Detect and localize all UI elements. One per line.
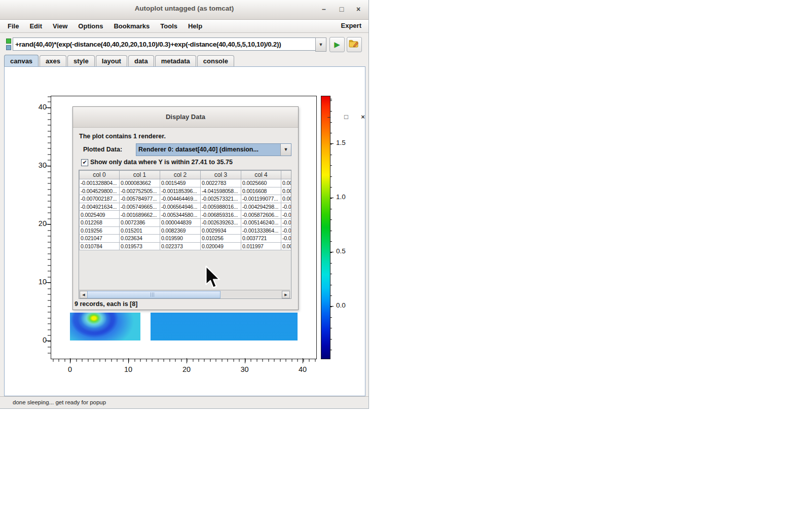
table-column-header[interactable]: col 2 [160,171,201,179]
table-cell[interactable]: -0.001328804... [80,179,120,187]
table-cell[interactable]: 0.0022783 [201,179,241,187]
table-cell[interactable]: 0.023634 [120,235,160,243]
dialog-maximize-icon[interactable]: □ [341,112,351,122]
table-cell[interactable]: 0.00 [281,242,292,250]
tab-layout[interactable]: layout [96,55,127,67]
inspect-uri-button[interactable] [347,37,362,52]
x-tick-mark [187,358,187,363]
table-cell[interactable]: -0.002573321... [201,195,241,203]
x-tick-label: 40 [293,365,312,373]
table-cell[interactable]: -0.005988016... [201,203,241,211]
tab-canvas[interactable]: canvas [4,55,39,67]
table-cell[interactable]: -0.0 [281,211,292,219]
table-cell[interactable]: -0.001333864... [241,226,281,235]
table-cell[interactable]: -0.004921634... [80,203,120,211]
menu-item-options[interactable]: Options [78,21,103,31]
close-icon[interactable]: × [353,4,364,14]
tab-console[interactable]: console [197,55,234,67]
plot-go-button[interactable]: ▶ [329,37,345,52]
menu-item-tools[interactable]: Tools [160,21,178,31]
dialog-minimize-icon[interactable]: – [324,112,334,122]
filter-checkbox[interactable]: ✔ [81,159,88,166]
table-cell[interactable]: 0.020049 [201,242,241,250]
table-cell[interactable]: -0.007002187... [80,195,120,203]
table-column-header[interactable] [281,171,292,179]
table-cell[interactable]: 0.0029934 [201,226,241,235]
table-cell[interactable]: -0.001185396... [160,187,201,195]
minimize-icon[interactable]: – [318,4,329,14]
table-cell[interactable]: 0.000083662 [120,179,160,187]
colorbar[interactable] [321,96,330,359]
table-cell[interactable]: -0.0 [281,235,292,243]
table-column-header[interactable]: col 3 [201,171,241,179]
table-cell[interactable]: 0.0016608 [241,187,281,195]
table-cell[interactable]: -0.005749665... [120,203,160,211]
menu-item-edit[interactable]: Edit [29,21,43,31]
tab-axes[interactable]: axes [40,55,66,67]
table-cell[interactable]: 0.012268 [80,218,120,226]
menu-item-file[interactable]: File [7,21,19,31]
table-cell[interactable]: 0.015201 [120,226,160,235]
table-cell[interactable]: -0.004294298... [241,203,281,211]
combo-chevron-down-icon[interactable]: ▼ [280,144,291,156]
menu-item-help[interactable]: Help [188,21,203,31]
menu-item-bookmarks[interactable]: Bookmarks [113,21,150,31]
table-cell[interactable]: -0.0 [281,218,292,226]
table-cell[interactable]: -0.006859316... [201,211,241,219]
tab-style[interactable]: style [67,55,95,67]
table-cell[interactable]: 0.00 [281,187,292,195]
table-cell[interactable]: -0.001689662... [120,211,160,219]
tab-data[interactable]: data [128,55,154,67]
table-cell[interactable]: 0.0025409 [80,211,120,219]
table-cell[interactable]: 0.0015459 [160,179,201,187]
table-cell[interactable]: -4.041598058... [201,187,241,195]
table-cell[interactable]: 0.022373 [160,242,201,250]
table-cell[interactable]: 0.019573 [120,242,160,250]
scrollbar-thumb[interactable] [87,291,220,298]
table-cell[interactable]: 0.00 [281,179,292,187]
table-cell[interactable]: 0.011997 [241,242,281,250]
uri-dropdown-button[interactable]: ▼ [315,37,326,52]
table-cell[interactable]: 0.019256 [80,226,120,235]
table-cell[interactable]: -0.005344580... [160,211,201,219]
plotted-data-combobox[interactable]: Renderer 0: dataset[40,40] (dimension...… [136,143,291,156]
table-cell[interactable]: -0.0 [281,203,292,211]
table-cell[interactable]: 0.010784 [80,242,120,250]
table-cell[interactable]: 0.019590 [160,235,201,243]
table-cell[interactable]: -0.005146240... [241,218,281,226]
maximize-icon[interactable]: □ [336,4,347,14]
menu-item-view[interactable]: View [52,21,68,31]
scroll-right-icon[interactable]: ▶ [282,291,290,298]
title-bar[interactable]: Autoplot untagged (as tomcat) – □ × [0,0,368,20]
table-cell[interactable]: -0.006564946... [160,203,201,211]
table-cell[interactable]: 0.00 [281,195,292,203]
scroll-left-icon[interactable]: ◀ [80,291,88,298]
table-column-header[interactable]: col 4 [241,171,281,179]
table-cell[interactable]: -0.002639263... [201,218,241,226]
table-cell[interactable]: 0.0037721 [241,235,281,243]
horizontal-scrollbar[interactable]: ◀ ▶ [79,290,290,298]
table-column-header[interactable]: col 1 [120,171,160,179]
table-cell[interactable]: -0.004529800... [80,187,120,195]
table-cell[interactable]: 0.0072386 [120,218,160,226]
uri-input[interactable] [13,37,319,51]
table-cell[interactable]: 0.000044839 [160,218,201,226]
table-cell[interactable]: 0.021047 [80,235,120,243]
table-column-header[interactable]: col 0 [80,171,120,179]
table-cell[interactable]: -0.005872606... [241,211,281,219]
table-cell[interactable]: -0.001199077... [241,195,281,203]
table-cell[interactable]: -0.002752505... [120,187,160,195]
table-cell[interactable]: -0.005784977... [120,195,160,203]
dialog-title-bar[interactable]: Display Data – □ × [73,107,298,128]
menu-item-expert[interactable]: Expert [341,22,361,29]
table-cell[interactable]: 0.010256 [201,235,241,243]
colorbar-minor-ticks [330,96,332,358]
table-row: -0.001328804...0.0000836620.00154590.002… [80,179,292,187]
play-icon: ▶ [334,40,340,49]
table-cell[interactable]: -0.004464469... [160,195,201,203]
dialog-close-icon[interactable]: × [358,112,368,122]
table-cell[interactable]: -0.0 [281,226,292,235]
table-cell[interactable]: 0.0025660 [241,179,281,187]
table-cell[interactable]: 0.0082369 [160,226,201,235]
tab-metadata[interactable]: metadata [155,55,196,67]
